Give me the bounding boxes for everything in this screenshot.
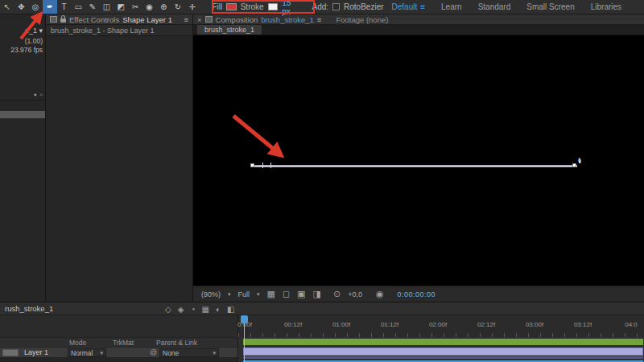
- roto-brush-tool[interactable]: ✂: [128, 0, 142, 14]
- workspace-libraries[interactable]: Libraries: [583, 2, 630, 11]
- selection-tool[interactable]: ↖: [0, 0, 14, 14]
- ruler-label: 03:12f: [574, 321, 592, 328]
- stroke-width-value[interactable]: 15 px: [282, 0, 300, 16]
- layer-color-chip[interactable]: [2, 349, 19, 356]
- effect-controls-source: brush_stroke_1 - Shape Layer 1: [46, 25, 192, 36]
- snapshot-camera-icon[interactable]: ◉: [376, 289, 384, 299]
- workspace-default-label: Default: [392, 2, 418, 11]
- hide-shy-icon[interactable]: ◔: [190, 305, 195, 314]
- channels-icon[interactable]: ◨: [313, 289, 321, 299]
- workspace-bar: Default ≡ Learn Standard Small Screen Li…: [384, 2, 644, 11]
- after-effects-window: ↖ ✥ ◎ ✒ T ▭ ✎ ◫ ◩ ✂ ◉ ⊕ ↻ ✛ Fill Stroke …: [0, 0, 644, 362]
- flowchart-mini-icon[interactable]: ▫: [39, 90, 43, 99]
- motion-blur-icon[interactable]: ◐: [216, 305, 221, 314]
- workspace-default[interactable]: Default ≡: [384, 2, 434, 11]
- parent-pickwhip-icon[interactable]: @: [150, 348, 157, 356]
- footage-tab[interactable]: Footage (none): [336, 15, 388, 24]
- workspace-standard[interactable]: Standard: [470, 2, 519, 11]
- exposure-icon[interactable]: ⊙: [333, 289, 341, 299]
- panel-icon: [50, 16, 57, 23]
- column-trkmat: TrkMat: [113, 339, 134, 347]
- current-time-indicator[interactable]: [241, 315, 248, 362]
- layer-name[interactable]: Layer 1: [24, 348, 48, 356]
- fill-swatch[interactable]: [226, 3, 237, 10]
- path-tick: [262, 162, 263, 168]
- blend-mode-value: Normal: [71, 349, 93, 357]
- exposure-value[interactable]: +0,0: [348, 290, 362, 298]
- chevron-down-icon: ▾: [213, 350, 216, 356]
- time-ruler[interactable]: 0:00f 00:12f 01:00f 01:12f 02:00f 02:12f…: [237, 315, 644, 337]
- zoom-tool[interactable]: ◎: [28, 0, 43, 14]
- rotate-tool[interactable]: ↻: [171, 0, 185, 14]
- viewer-tab[interactable]: brush_stroke_1: [197, 25, 262, 35]
- stroke-label[interactable]: Stroke: [241, 2, 264, 11]
- resolution-dropdown-icon[interactable]: ▾: [257, 291, 260, 298]
- composition-menu-icon[interactable]: ≡: [317, 15, 322, 24]
- region-of-interest-icon[interactable]: ▣: [297, 289, 305, 299]
- resolution-value[interactable]: Full: [238, 290, 250, 298]
- lock-icon[interactable]: [60, 19, 66, 23]
- composition-name[interactable]: brush_stroke_1: [261, 15, 313, 24]
- project-panel-strip: e_1 ▾ (1.00) 23.976 fps ▪ ▫: [0, 14, 46, 302]
- type-tool[interactable]: T: [57, 0, 72, 14]
- selected-item-row[interactable]: [0, 111, 45, 118]
- track-area: [237, 337, 644, 362]
- layer-bar-shadow: [243, 356, 643, 359]
- ruler-label: 03:00f: [526, 321, 543, 328]
- grid-guides-icon[interactable]: ▦: [267, 289, 275, 299]
- ruler-label: 01:12f: [381, 321, 398, 328]
- add-label: Add:: [312, 2, 328, 11]
- zoom-level[interactable]: (90%): [201, 290, 221, 298]
- draft-3d-icon[interactable]: ◈: [178, 305, 184, 314]
- timeline-tab[interactable]: rush_stroke_1: [0, 304, 58, 313]
- effect-controls-tab[interactable]: Effect Controls Shape Layer 1 ≡: [46, 14, 192, 25]
- mini-flowchart-icon[interactable]: ◇: [165, 305, 171, 314]
- workspace-menu-icon[interactable]: ≡: [420, 2, 425, 11]
- layer-row[interactable]: Layer 1 Normal ▾ @ None ▾: [0, 347, 237, 357]
- effect-controls-panel: Effect Controls Shape Layer 1 ≡ brush_st…: [46, 14, 193, 302]
- stroke-swatch[interactable]: [268, 3, 279, 10]
- ruler-label: 00:12f: [284, 321, 302, 328]
- puppet-pin-tool[interactable]: ◉: [142, 0, 157, 14]
- panel-menu-icon[interactable]: ≡: [184, 15, 188, 24]
- fill-stroke-controls: Fill Stroke 15 px: [212, 0, 300, 14]
- pen-tool[interactable]: ✒: [43, 0, 57, 14]
- camera-tool[interactable]: ⊕: [156, 0, 171, 14]
- pan-behind-tool[interactable]: ✛: [185, 0, 200, 14]
- rotobezier-label[interactable]: RotoBezier: [344, 2, 383, 11]
- ruler-label: 01:00f: [332, 321, 350, 328]
- workspace-learn[interactable]: Learn: [433, 2, 470, 11]
- viewer-tab-bar: brush_stroke_1: [193, 25, 644, 35]
- workspace-small-screen[interactable]: Small Screen: [518, 2, 582, 11]
- graph-editor-icon[interactable]: ◧: [227, 305, 234, 314]
- rotobezier-checkbox[interactable]: [332, 3, 340, 10]
- composition-tab-label[interactable]: Composition: [216, 15, 258, 24]
- hand-tool[interactable]: ✥: [14, 0, 29, 14]
- viewer-status-bar: (90%) ▾ Full ▾ ▦ ◻ ▣ ◨ ⊙ +0,0 ◉ 0:00:00:…: [193, 286, 644, 302]
- eraser-tool[interactable]: ◩: [114, 0, 128, 14]
- frame-blending-icon[interactable]: ▦: [201, 305, 208, 314]
- comp-name-fragment[interactable]: e_1 ▾: [25, 27, 43, 35]
- composition-canvas[interactable]: ✒: [193, 35, 644, 286]
- zoom-dropdown-icon[interactable]: ▾: [228, 291, 231, 298]
- effect-controls-title: Effect Controls: [69, 15, 119, 24]
- fill-label[interactable]: Fill: [212, 2, 222, 11]
- mask-visibility-icon[interactable]: ◻: [283, 289, 290, 299]
- ruler-label: 02:00f: [429, 321, 447, 328]
- rectangle-tool[interactable]: ▭: [71, 0, 85, 14]
- brush-tool[interactable]: ✎: [85, 0, 100, 14]
- comp-mini-icon[interactable]: ▪: [34, 90, 37, 99]
- blend-mode-dropdown[interactable]: Normal ▾: [68, 348, 106, 357]
- pen-cursor-icon: ✒: [575, 157, 584, 164]
- parent-dropdown[interactable]: None ▾: [159, 348, 219, 357]
- tool-bar: ↖ ✥ ◎ ✒ T ▭ ✎ ◫ ◩ ✂ ◉ ⊕ ↻ ✛ Fill Stroke …: [0, 0, 644, 14]
- panel-divider: [0, 100, 45, 101]
- timeline-header: rush_stroke_1 ◇ ◈ ◔ ▦ ◐ ◧: [0, 302, 644, 315]
- timeline-column-headers: Mode TrkMat Parent & Link: [0, 337, 237, 347]
- close-tab-icon[interactable]: ×: [197, 15, 202, 24]
- clone-stamp-tool[interactable]: ◫: [100, 0, 114, 14]
- timeline-footer-strip: [0, 357, 237, 362]
- path-vertex-start[interactable]: [250, 163, 254, 167]
- layer-duration-bar[interactable]: [243, 348, 643, 356]
- current-timecode[interactable]: 0:00:00:00: [398, 290, 436, 298]
